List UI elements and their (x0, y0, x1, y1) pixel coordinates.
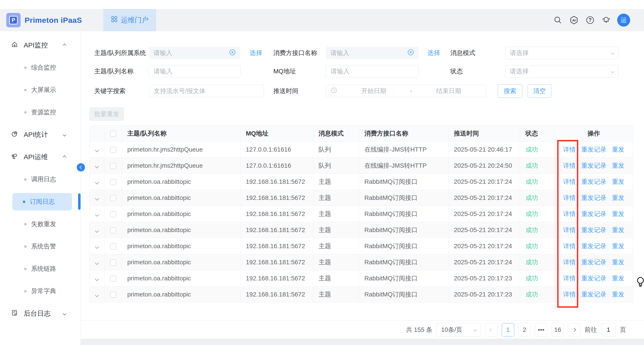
sidebar-section-api-monitor[interactable]: API监控 (0, 34, 80, 56)
row-checkbox[interactable] (110, 276, 116, 282)
row-expand-chevron[interactable] (95, 245, 99, 249)
resend-record-link[interactable]: 重发记录 (581, 227, 606, 233)
system-input[interactable]: 请输入 (149, 47, 240, 59)
consumer-select-link[interactable]: 选择 (428, 47, 440, 59)
row-checkbox[interactable] (110, 179, 116, 185)
row-expand-chevron[interactable] (95, 261, 99, 265)
page-button-2[interactable]: 2 (518, 323, 531, 337)
sidebar-item-resource-monitor[interactable]: 资源监控 (0, 101, 80, 123)
system-select-link[interactable]: 选择 (250, 47, 262, 59)
row-expand-chevron[interactable] (95, 212, 99, 216)
sidebar-item-big-screen[interactable]: 大屏展示 (0, 79, 80, 101)
notification-bell-icon[interactable] (601, 15, 611, 25)
sidebar-item-exception-dict[interactable]: 异常字典 (0, 280, 80, 302)
row-expand-chevron[interactable] (95, 180, 99, 184)
sidebar-section-backend-log[interactable]: 后台日志 (0, 302, 80, 325)
row-checkbox[interactable] (110, 195, 116, 201)
row-expand-chevron[interactable] (95, 148, 99, 152)
resend-record-link[interactable]: 重发记录 (581, 275, 606, 282)
search-icon[interactable] (553, 15, 563, 25)
goto-page-input[interactable]: 1 (601, 323, 616, 337)
sidebar-section-api-ops[interactable]: API运维 (0, 146, 80, 168)
row-expand-chevron[interactable] (95, 277, 99, 281)
row-checkbox[interactable] (110, 163, 116, 169)
row-expand-chevron[interactable] (95, 293, 99, 297)
row-expand-chevron[interactable] (95, 229, 99, 233)
resend-link[interactable]: 重发 (612, 227, 624, 233)
resend-record-link[interactable]: 重发记录 (581, 178, 606, 185)
tab-ops-portal[interactable]: 运维门户 (103, 9, 156, 31)
row-checkbox[interactable] (110, 147, 116, 153)
sidebar-section-label: API监控 (24, 41, 48, 50)
detail-link[interactable]: 详情 (563, 259, 576, 266)
name-input[interactable]: 请输入 (149, 65, 240, 78)
user-avatar[interactable]: 运 (617, 14, 630, 27)
mq-input[interactable]: 请输入 (326, 65, 419, 78)
detail-link[interactable]: 详情 (563, 194, 576, 201)
resend-record-link[interactable]: 重发记录 (581, 259, 606, 266)
detail-link[interactable]: 详情 (563, 275, 576, 282)
active-item-indicator (78, 193, 80, 210)
resend-record-link[interactable]: 重发记录 (581, 146, 606, 153)
row-checkbox[interactable] (110, 259, 116, 266)
bullet-dot-icon (24, 245, 26, 248)
resend-record-link[interactable]: 重发记录 (581, 210, 606, 217)
consumer-input[interactable]: 请输入 (326, 47, 419, 59)
help-icon[interactable]: ? (585, 15, 595, 25)
detail-link[interactable]: 详情 (563, 146, 576, 153)
detail-link[interactable]: 详情 (563, 210, 576, 217)
prev-page-button[interactable] (485, 323, 498, 337)
search-button[interactable]: 搜索 (498, 84, 522, 98)
row-expand-chevron[interactable] (95, 164, 99, 168)
row-checkbox[interactable] (110, 211, 116, 217)
resend-link[interactable]: 重发 (612, 259, 624, 266)
sidebar-item-subscription-log[interactable]: 订阅日志 (12, 193, 72, 210)
next-page-button[interactable] (568, 323, 580, 337)
resend-link[interactable]: 重发 (612, 291, 624, 298)
resend-record-link[interactable]: 重发记录 (581, 194, 606, 201)
page-size-select[interactable]: 10条/页 (436, 323, 481, 337)
detail-link[interactable]: 详情 (563, 178, 576, 185)
status-select[interactable]: 请选择 (505, 65, 618, 78)
resend-link[interactable]: 重发 (612, 146, 624, 153)
ai-assistant-icon[interactable]: AI (569, 15, 579, 25)
resend-link[interactable]: 重发 (612, 210, 624, 217)
brand-logo-icon: P (6, 13, 20, 27)
detail-link[interactable]: 详情 (563, 243, 576, 250)
clear-button[interactable]: 清空 (528, 84, 552, 98)
resend-link[interactable]: 重发 (612, 194, 624, 201)
sidebar-item-system-link[interactable]: 系统链路 (0, 258, 80, 280)
batch-resend-button[interactable]: 批量重发 (89, 107, 124, 121)
sidebar-item-fail-resend[interactable]: 失败重发 (0, 213, 80, 235)
resend-link[interactable]: 重发 (612, 275, 624, 282)
clear-icon[interactable] (407, 49, 414, 57)
resend-link[interactable]: 重发 (612, 178, 624, 185)
sidebar-item-system-alert[interactable]: 系统告警 (0, 235, 80, 258)
chevron-down-icon (474, 328, 477, 332)
resend-link[interactable]: 重发 (612, 243, 624, 250)
page-ellipsis-button[interactable]: ••• (535, 323, 547, 337)
detail-link[interactable]: 详情 (563, 227, 576, 233)
sidebar-item-call-log[interactable]: 调用日志 (0, 168, 80, 191)
clear-icon[interactable] (229, 49, 236, 57)
lightbulb-icon[interactable] (636, 276, 644, 290)
resend-record-link[interactable]: 重发记录 (581, 243, 606, 250)
resend-record-link[interactable]: 重发记录 (581, 291, 606, 298)
mode-select[interactable]: 请选择 (505, 47, 618, 59)
keyword-input[interactable]: 支持流水号/报文体 (149, 85, 264, 97)
detail-link[interactable]: 详情 (563, 291, 576, 298)
page-button-1[interactable]: 1 (502, 323, 514, 337)
page-button-16[interactable]: 16 (552, 323, 564, 337)
row-checkbox[interactable] (110, 227, 116, 233)
sidebar-item-overview-monitor[interactable]: 综合监控 (0, 56, 80, 79)
sidebar-collapse-toggle[interactable] (77, 163, 85, 171)
resend-link[interactable]: 重发 (612, 162, 624, 169)
resend-record-link[interactable]: 重发记录 (581, 162, 606, 169)
select-all-checkbox[interactable] (110, 131, 116, 137)
row-checkbox[interactable] (110, 292, 116, 298)
row-expand-chevron[interactable] (95, 196, 99, 200)
row-checkbox[interactable] (110, 243, 116, 250)
detail-link[interactable]: 详情 (563, 162, 576, 169)
push-time-range-input[interactable]: 开始日期 - 结束日期 (326, 85, 486, 97)
sidebar-section-api-statistics[interactable]: API统计 (0, 123, 80, 146)
